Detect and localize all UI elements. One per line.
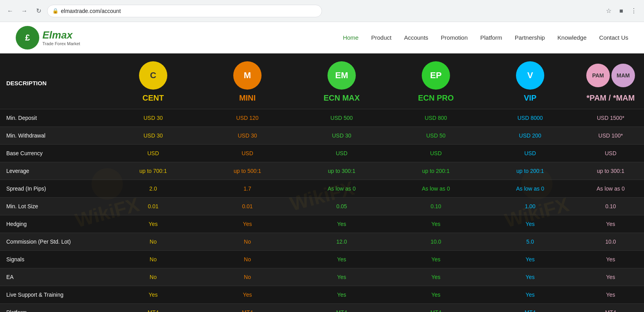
cell-9-0: No (106, 268, 200, 286)
cell-9-5: Yes (577, 268, 644, 286)
cell-7-4: 5.0 (483, 233, 577, 250)
table-row: Min. DepositUSD 30USD 120USD 500USD 800U… (0, 109, 644, 127)
pammam-name: *PAM / *MAM (587, 94, 635, 103)
cell-11-3: MT4 (389, 304, 483, 312)
pammam-badge: PAM MAM (586, 61, 635, 90)
row-label-6: Hedging (0, 215, 106, 233)
cell-3-1: up to 500:1 (200, 162, 295, 180)
cell-10-4: Yes (483, 286, 577, 303)
cell-3-0: up to 700:1 (106, 162, 200, 180)
cell-9-3: Yes (389, 268, 483, 286)
ecnpro-badge: EP (422, 61, 450, 90)
cell-3-2: up to 300:1 (295, 162, 389, 180)
row-label-2: Base Currency (0, 145, 106, 162)
browser-right-icons: ☆ ■ ⋮ (603, 6, 639, 17)
account-header-vip: V VIP (483, 57, 577, 109)
cell-7-5: 10.0 (577, 233, 644, 250)
menu-button[interactable]: ⋮ (628, 6, 639, 17)
table-row: EANoNoYesYesYesYes (0, 268, 644, 286)
logo-subtitle: Trade Forex Market (42, 41, 80, 46)
cell-1-5: USD 100* (577, 127, 644, 144)
cell-9-1: No (200, 268, 295, 286)
vip-badge: V (516, 61, 544, 90)
logo-area: £ Elmax Trade Forex Market (16, 26, 80, 50)
cell-6-4: Yes (483, 215, 577, 233)
cell-11-1: MT4 (200, 304, 295, 312)
lock-icon: 🔒 (52, 8, 59, 14)
ecnmax-name: ECN MAX (324, 94, 360, 103)
cell-8-0: No (106, 251, 200, 268)
row-label-8: Signals (0, 251, 106, 268)
account-table-body: Min. DepositUSD 30USD 120USD 500USD 800U… (0, 109, 644, 312)
cell-4-0: 2.0 (106, 180, 200, 197)
table-row: Commission (Per Std. Lot)NoNo12.010.05.0… (0, 233, 644, 250)
address-bar[interactable]: 🔒 elmaxtrade.com/account (47, 5, 322, 17)
cell-7-1: No (200, 233, 295, 250)
forward-button[interactable]: → (19, 6, 30, 17)
table-row: Base CurrencyUSDUSDUSDUSDUSDUSD (0, 144, 644, 162)
nav-home[interactable]: Home (343, 34, 359, 41)
cell-11-5: MT4 (577, 304, 644, 312)
account-headers: DESCRIPTION C CENT M MINI EM ECN MAX EP … (0, 53, 644, 109)
cell-11-4: MT4 (483, 304, 577, 312)
cell-8-4: Yes (483, 251, 577, 268)
logo-brand: Elmax (42, 29, 80, 41)
cell-2-1: USD (200, 145, 295, 162)
cell-5-4: 1.00 (483, 198, 577, 215)
cell-10-0: Yes (106, 286, 200, 303)
cell-11-2: MT4 (295, 304, 389, 312)
cell-6-2: Yes (295, 215, 389, 233)
cell-8-1: No (200, 251, 295, 268)
cell-1-2: USD 30 (295, 127, 389, 144)
nav-platform[interactable]: Platform (480, 34, 502, 41)
nav-knowledge[interactable]: Knowledge (558, 34, 587, 41)
cell-7-0: No (106, 233, 200, 250)
cell-6-0: Yes (106, 215, 200, 233)
extension-button[interactable]: ■ (616, 6, 627, 17)
table-row: SignalsNoNoYesYesYesYes (0, 250, 644, 268)
cell-4-3: As low as 0 (389, 180, 483, 197)
nav-contact[interactable]: Contact Us (599, 34, 628, 41)
cent-badge: C (139, 61, 167, 90)
row-label-7: Commission (Per Std. Lot) (0, 233, 106, 250)
cell-2-2: USD (295, 145, 389, 162)
cell-8-3: Yes (389, 251, 483, 268)
nav-product[interactable]: Product (371, 34, 392, 41)
cell-11-0: MT4 (106, 304, 200, 312)
account-header-mini: M MINI (200, 57, 295, 109)
cell-2-5: USD (577, 145, 644, 162)
refresh-button[interactable]: ↻ (33, 6, 44, 17)
cell-10-5: Yes (577, 286, 644, 303)
cell-9-4: Yes (483, 268, 577, 286)
cell-0-5: USD 1500* (577, 109, 644, 127)
cell-2-4: USD (483, 145, 577, 162)
star-button[interactable]: ☆ (603, 6, 614, 17)
account-header-ecnmax: EM ECN MAX (295, 57, 389, 109)
cell-10-1: Yes (200, 286, 295, 303)
nav-accounts[interactable]: Accounts (404, 34, 428, 41)
cell-10-3: Yes (389, 286, 483, 303)
nav-promotion[interactable]: Promotion (441, 34, 468, 41)
cell-0-1: USD 120 (200, 109, 295, 127)
cell-2-3: USD (389, 145, 483, 162)
cell-3-5: up to 300:1 (577, 162, 644, 180)
back-button[interactable]: ← (5, 6, 16, 17)
row-label-5: Min. Lot Size (0, 198, 106, 215)
mini-badge: M (233, 61, 262, 90)
ecnpro-name: ECN PRO (418, 94, 454, 103)
cell-5-3: 0.10 (389, 198, 483, 215)
description-header: DESCRIPTION (0, 57, 106, 109)
table-row: Live Support & TrainingYesYesYesYesYesYe… (0, 286, 644, 303)
table-row: Leverageup to 700:1up to 500:1up to 300:… (0, 162, 644, 180)
table-row: PlatformMT4MT4MT4MT4MT4MT4 (0, 303, 644, 312)
cell-1-0: USD 30 (106, 127, 200, 144)
table-row: HedgingYesYesYesYesYesYes (0, 215, 644, 233)
mini-name: MINI (239, 94, 256, 103)
cell-4-4: As low as 0 (483, 180, 577, 197)
table-row: Min. WithdrawalUSD 30USD 30USD 30USD 50U… (0, 127, 644, 144)
cent-name: CENT (143, 94, 164, 103)
cell-1-3: USD 50 (389, 127, 483, 144)
nav-partnership[interactable]: Partnership (515, 34, 545, 41)
url-text: elmaxtrade.com/account (61, 8, 121, 14)
account-header-ecnpro: EP ECN PRO (389, 57, 483, 109)
